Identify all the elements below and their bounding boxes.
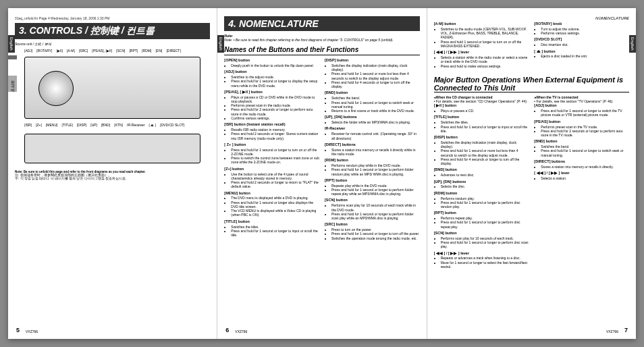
button-desc: [A-M] buttonSwitches to the audio mode (… xyxy=(434,22,529,48)
page-7: NOMENCLATURE English [A-M] buttonSwitche… xyxy=(427,8,636,339)
column-1: [A-M] buttonSwitches to the audio mode (… xyxy=(434,22,529,70)
subheader-major-ops: Major Button Operations When External Eq… xyxy=(434,76,629,92)
model-number: VXZ766 xyxy=(26,329,38,333)
button-desc: [TITLE] buttonSwitches the titles.Press … xyxy=(434,115,529,133)
file-info: 01eg_unfold.fm Page 4 Wednesday, January… xyxy=(15,16,210,20)
button-desc: [TITLE] buttonSwitches the titles.Press … xyxy=(224,219,319,238)
button-label: [UP] xyxy=(90,123,97,127)
button-label: [A-M] xyxy=(67,49,75,53)
button-desc: [BND] buttonSwitches the band.Press and … xyxy=(325,90,420,113)
button-label: IR-Receiver xyxy=(127,123,144,127)
button-desc: [UP], [DN] buttonsSelects the disc. xyxy=(434,180,529,189)
column-1: [OPEN] buttonDeeply push in the button t… xyxy=(224,58,319,242)
button-label: [ISR] xyxy=(24,123,32,127)
button-desc: [RPT] buttonPerforms repeat play.Press a… xyxy=(434,211,529,229)
button-desc: [ Z+ ] buttonPress and hold for 1 second… xyxy=(224,142,319,165)
lang-tab-zh: 中文 xyxy=(8,55,17,59)
running-header: NOMENCLATURE xyxy=(434,16,629,20)
button-desc: [ROTARY] knobTurn to adjust the volume.P… xyxy=(534,22,629,35)
button-desc: [DVD/CD SLOT]Disc insertion slot. xyxy=(534,37,629,47)
button-desc: [SRC] buttonPress to turn on the power.P… xyxy=(325,222,420,240)
model-number: VXZ766 xyxy=(235,329,247,333)
source-unit-label: Source unit / 主机 / 본체 xyxy=(15,42,210,46)
button-desc: [RPT] buttonRepeats play while in the DV… xyxy=(325,178,420,196)
page-spread: 01eg_unfold.fm Page 4 Wednesday, January… xyxy=(8,8,636,339)
button-label: [DVD/CD SLOT] xyxy=(160,123,184,127)
button-desc: [BND] buttonAdvances to next disc. xyxy=(434,167,529,177)
panel-diagram xyxy=(24,134,200,163)
page-6: 4. NOMENCLATURE English Note:Note: • Be … xyxy=(217,8,426,339)
column-2: [ROTARY] knobTurn to adjust the volume.P… xyxy=(534,22,629,70)
button-label: [MENU] xyxy=(46,123,58,127)
page-5: 01eg_unfold.fm Page 4 Wednesday, January… xyxy=(8,8,217,339)
button-desc: [SCN] buttonPerforms scan play for 10 se… xyxy=(325,198,420,220)
button-desc: [ ▶II ] buttonPlays or pauses a CD. xyxy=(434,103,529,113)
button-desc: [RDM] buttonPerforms random play while i… xyxy=(325,158,420,176)
button-label: [RPT] xyxy=(129,49,138,53)
chapter-note: Note:Note: • Be sure to read this chapte… xyxy=(224,34,419,42)
lang-tab-en: English xyxy=(8,35,15,53)
section-header-controls: 3. CONTROLS / 控制键 / 컨트롤 xyxy=(15,23,210,39)
button-label: [ ⏏ ] xyxy=(149,123,157,127)
button-desc: [UP], [DN] buttonsSelects the folder whi… xyxy=(325,115,420,124)
page-number: 5 xyxy=(16,327,20,333)
button-label: [PS/AS], [▶II] xyxy=(92,49,112,53)
button-label: [KTN] xyxy=(114,123,123,127)
button-label: [BND] xyxy=(101,123,110,127)
button-label: [ROTARY] xyxy=(36,49,52,53)
button-desc: [RDM] buttonPerforms random play.Press a… xyxy=(434,191,529,209)
unit-diagram xyxy=(24,57,200,119)
button-desc: IR-ReceiverReceiver for remote control u… xyxy=(325,126,420,140)
button-desc: [SCN] buttonPerforms scan play for 10 se… xyxy=(434,231,529,249)
cd-changer-header: ●When the CD changer is connected xyxy=(434,95,493,99)
lang-tab-en: English xyxy=(217,35,224,53)
tv-col: ●When the TV is connected • For details,… xyxy=(534,95,629,271)
diagram-labels-bottom: [ISR][Z+][MENU][TITLE][DISP][UP][BND][KT… xyxy=(24,123,200,127)
button-desc: [ ⏏ ] buttonEjects a disc loaded in the … xyxy=(534,49,629,59)
section-header-nomenclature: 4. NOMENCLATURE xyxy=(224,16,419,31)
button-label: [DISP] xyxy=(77,123,86,127)
button-desc: [OPEN] buttonDeeply push in the button t… xyxy=(224,58,319,68)
model-number: VXZ766 xyxy=(606,329,618,333)
diagram-labels-top: [ADJ][ROTARY][▶II][A-M][SRC][PS/AS], [▶I… xyxy=(24,49,200,53)
button-desc: [ ◀◀ ] / [ ▶▶ ] leverSelects a station w… xyxy=(434,50,529,68)
button-desc: [DIRECT] buttonsStores a station into me… xyxy=(325,142,420,156)
button-label: [▶II] xyxy=(56,49,63,53)
unfold-note: Note: Be sure to unfold this page and re… xyxy=(15,170,210,180)
button-desc: [BND] buttonSwitches the band.Press and … xyxy=(534,139,629,157)
button-label: [TITLE] xyxy=(61,123,72,127)
button-desc: [DISP] buttonSwitches the display indica… xyxy=(325,58,420,88)
lang-tab-en: English xyxy=(629,35,636,53)
button-label: [DIRECT] xyxy=(166,49,180,53)
button-label: [SRC] xyxy=(79,49,88,53)
button-columns-top: [A-M] buttonSwitches to the audio mode (… xyxy=(434,22,629,70)
button-desc: [ISR] button (Instant station recall)Rec… xyxy=(224,122,319,140)
button-label: [SCN] xyxy=(116,49,125,53)
button-label: [ADJ] xyxy=(24,49,32,53)
button-desc: [DISP] buttonSwitches the display indica… xyxy=(434,135,529,165)
button-desc: [MENU] buttonThe DVD menu is displayed w… xyxy=(224,191,319,217)
page-number: 7 xyxy=(624,327,628,333)
button-label: [DN] xyxy=(155,49,162,53)
external-equip-columns: ●When the CD changer is connected • For … xyxy=(434,95,629,271)
lang-tab-ko: 한국어 xyxy=(8,76,17,92)
subheader-button-names: Names of the Buttons and their Functions xyxy=(224,46,419,55)
button-desc: [DIRECT] buttonsStores a station into me… xyxy=(534,159,629,169)
button-desc: [ADJ] buttonSwitches to the adjust mode.… xyxy=(224,70,319,88)
button-columns: [OPEN] buttonDeeply push in the button t… xyxy=(224,58,419,242)
button-desc: [ ◀◀ ] / [ ▶▶ ] leverSelects a station. xyxy=(534,171,629,180)
cd-changer-col: ●When the CD changer is connected • For … xyxy=(434,95,529,271)
column-2: [DISP] buttonSwitches the display indica… xyxy=(325,58,420,242)
page-number: 6 xyxy=(225,327,229,333)
button-desc: [PS/AS] buttonPerforms preset scan in th… xyxy=(534,119,629,138)
button-desc: [ ◀◀ ] / [ ▶▶ ] leverRepeats or advances… xyxy=(434,251,529,269)
button-desc: [ADJ] buttonPress and hold for 1 second … xyxy=(534,103,629,117)
button-desc: [Z+] buttonUse the button to select one … xyxy=(224,167,319,189)
button-desc: [PS/AS], [ ▶II ] buttonPlays or pauses a… xyxy=(224,90,319,120)
button-label: [Z+] xyxy=(36,123,42,127)
button-label: [RDM] xyxy=(142,49,151,53)
tv-header: ●When the TV is connected xyxy=(534,95,578,99)
